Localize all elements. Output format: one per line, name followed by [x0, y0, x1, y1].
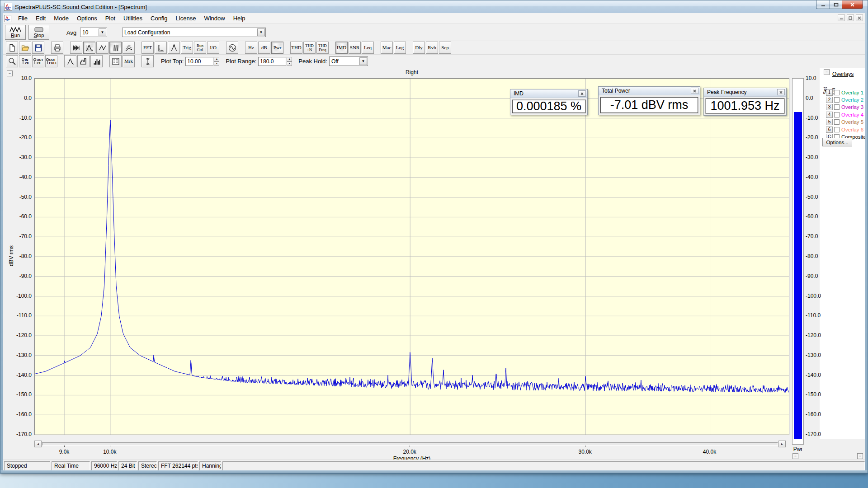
step-plot-button[interactable] — [77, 55, 90, 67]
horizontal-scrollbar[interactable] — [42, 442, 778, 446]
save-floppy-button[interactable] — [32, 42, 44, 54]
time-series-button[interactable] — [96, 42, 108, 54]
menu-item-config[interactable]: Config — [146, 14, 172, 23]
menu-item-mode[interactable]: Mode — [50, 14, 73, 23]
maximize-button[interactable] — [830, 0, 842, 9]
peak-frequency-close-icon[interactable] — [777, 89, 785, 95]
zoom-out-full-button[interactable]: OUTFULL — [45, 55, 57, 67]
mac-button[interactable]: Mac — [381, 42, 393, 54]
total-power-close-icon[interactable] — [691, 88, 698, 94]
overlay-set-button-2[interactable]: 2 — [826, 97, 833, 103]
thd-freq-button[interactable]: THDFreq — [316, 42, 329, 54]
rvb-button[interactable]: Rvb — [426, 42, 438, 54]
trig-button[interactable]: Trig — [181, 42, 193, 54]
scroll-right-arrow[interactable]: ► — [778, 441, 786, 447]
plot-top-spin-down-icon[interactable]: ▼ — [214, 61, 219, 66]
new-document-button[interactable] — [6, 42, 18, 54]
i-o-button[interactable]: I/O — [207, 42, 219, 54]
menu-item-window[interactable]: Window — [200, 14, 229, 23]
printer-button[interactable] — [51, 42, 63, 54]
measure-range-button[interactable] — [142, 55, 154, 67]
plot-range-spin-up-icon[interactable]: ▲ — [287, 57, 292, 61]
menu-item-license[interactable]: License — [172, 14, 200, 23]
plot-top-spin-up-icon[interactable]: ▲ — [214, 57, 219, 61]
thd-button[interactable]: THD — [290, 42, 302, 54]
menu-item-edit[interactable]: Edit — [32, 14, 50, 23]
calibration-button[interactable] — [168, 42, 180, 54]
mdi-close-icon[interactable] — [856, 14, 863, 21]
overlay-set-button-5[interactable]: 5 — [826, 119, 833, 125]
minimize-button[interactable] — [816, 0, 830, 9]
spectrum-plot-button[interactable] — [83, 42, 95, 54]
menu-item-help[interactable]: Help — [229, 14, 250, 23]
meter-collapse-icon[interactable]: − — [793, 453, 798, 459]
details-view-button[interactable] — [109, 55, 122, 67]
mrk-button[interactable]: Mrk — [123, 55, 135, 67]
plot-range-input[interactable]: 180.0 — [258, 57, 286, 66]
bar-plot-button[interactable] — [90, 55, 103, 67]
imd-readout-titlebar[interactable]: IMD — [510, 89, 587, 98]
spectrum-plot-canvas[interactable] — [35, 79, 789, 435]
configuration-dropdown[interactable]: Load Configuration ▼ — [122, 28, 266, 37]
fast-forward-button[interactable] — [70, 42, 82, 54]
stop-button[interactable]: Stop — [28, 25, 49, 40]
overlay-checkbox-2[interactable] — [834, 97, 840, 103]
overlay-checkbox-1[interactable] — [834, 90, 840, 95]
overlay-set-button-6[interactable]: 6 — [826, 127, 833, 133]
mdi-restore-icon[interactable] — [847, 14, 854, 21]
mdi-document-icon[interactable]: SC — [4, 15, 11, 22]
leq-button[interactable]: Leq — [362, 42, 374, 54]
chevron-down-icon[interactable]: ▼ — [359, 57, 367, 65]
peak-curve-button[interactable] — [64, 55, 76, 67]
overlay-checkbox-5[interactable] — [834, 119, 840, 125]
plot-range-spin-down-icon[interactable]: ▼ — [287, 61, 292, 66]
scp-button[interactable]: Scp — [439, 42, 451, 54]
overlay-checkbox-4[interactable] — [834, 112, 840, 117]
overlay-checkbox-3[interactable] — [834, 104, 840, 110]
scroll-left-arrow[interactable]: ◄ — [34, 441, 42, 447]
overlay-checkbox-6[interactable] — [834, 127, 840, 132]
imd-close-icon[interactable] — [578, 90, 586, 97]
peak-hold-dropdown[interactable]: Off▼ — [329, 56, 368, 66]
imd-button[interactable]: IMD — [335, 42, 348, 54]
overlays-options-button[interactable]: Options... — [822, 138, 852, 146]
total-power-readout-titlebar[interactable]: Total Power — [599, 87, 700, 95]
scale-ruler-button[interactable] — [155, 42, 167, 54]
surface-plot-button[interactable] — [123, 42, 135, 54]
plot-top-input[interactable]: 10.00 — [185, 57, 213, 66]
menu-item-file[interactable]: File — [14, 14, 32, 23]
hz-button[interactable]: Hz — [245, 42, 257, 54]
snr-button[interactable]: SNR — [349, 42, 361, 54]
run-ctrl-button[interactable]: RunCtrl — [194, 42, 206, 54]
overlay-set-button-4[interactable]: 4 — [826, 112, 833, 118]
avg-dropdown[interactable]: 10 ▼ — [80, 28, 107, 37]
fft-button[interactable]: FFT — [142, 42, 154, 54]
total-power-value: -7.01 dBV rms — [600, 97, 698, 113]
peak-frequency-readout-titlebar[interactable]: Peak Frequency — [704, 88, 786, 97]
zoom-in-2x-button[interactable]: IN2X — [19, 55, 31, 67]
close-button[interactable] — [842, 0, 863, 9]
db-button[interactable]: dB — [258, 42, 270, 54]
zoom-out-2x-button[interactable]: OUT2X — [32, 55, 44, 67]
chevron-down-icon[interactable]: ▼ — [99, 28, 106, 36]
open-folder-button[interactable] — [19, 42, 31, 54]
title-bar[interactable]: SC SpectraPLUS-SC Sound Card Edition - [… — [0, 0, 868, 13]
menu-item-options[interactable]: Options — [73, 14, 101, 23]
magnifier-button[interactable] — [6, 55, 18, 67]
corner-collapse-icon[interactable]: − — [857, 453, 863, 459]
mdi-minimize-icon[interactable] — [838, 14, 845, 21]
thd-n-button[interactable]: THD+N — [303, 42, 316, 54]
signal-generator-button[interactable] — [226, 42, 238, 54]
spectrogram-button[interactable] — [109, 42, 122, 54]
dly-button[interactable]: Dly — [413, 42, 425, 54]
overlay-set-button-1[interactable]: 1 — [826, 89, 833, 96]
menu-item-plot[interactable]: Plot — [101, 14, 119, 23]
overlay-label-overlay-1: Overlay 1 — [841, 90, 863, 95]
chevron-down-icon[interactable]: ▼ — [257, 28, 265, 36]
overlay-collapse-icon[interactable]: − — [824, 69, 830, 75]
menu-item-utilities[interactable]: Utilities — [119, 14, 146, 23]
overlay-set-button-3[interactable]: 3 — [826, 104, 833, 110]
run-button[interactable]: Run — [5, 25, 26, 40]
pwr-button[interactable]: Pwr — [271, 42, 283, 54]
log-button[interactable]: Log — [394, 42, 406, 54]
